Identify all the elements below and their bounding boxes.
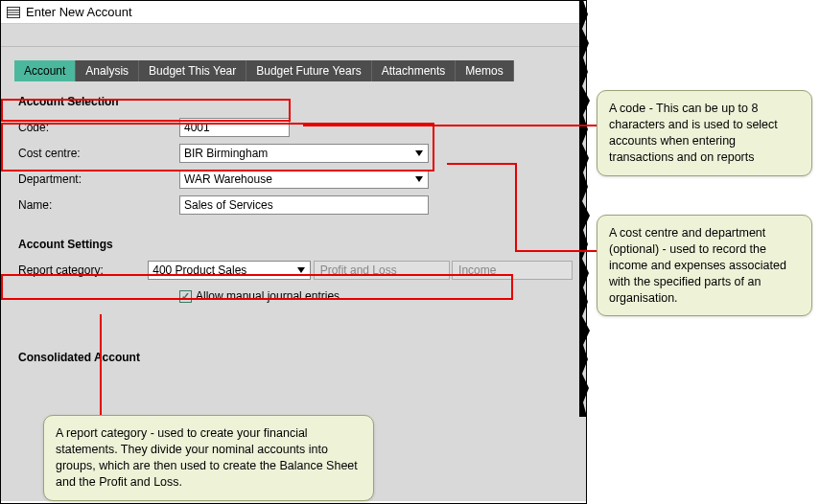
pnl-readonly: Profit and Loss xyxy=(314,261,450,280)
name-input[interactable] xyxy=(179,195,429,215)
section-account-settings: Account Settings xyxy=(18,238,573,251)
row-cost-centre: Cost centre: BIR Birmingham xyxy=(18,142,573,165)
tab-account[interactable]: Account xyxy=(14,60,76,81)
torn-edge-decoration xyxy=(577,0,597,417)
tab-attachments[interactable]: Attachments xyxy=(372,60,457,81)
callout-report: A report category - used to create your … xyxy=(43,415,374,501)
ribbon-spacer xyxy=(1,24,586,47)
section-account-selection: Account Selection xyxy=(18,95,573,108)
callout-code: A code - This can be up to 8 characters … xyxy=(597,90,812,176)
tab-memos[interactable]: Memos xyxy=(456,60,513,81)
connector-ccdept-v xyxy=(515,163,517,252)
report-category-select[interactable]: 400 Product Sales xyxy=(148,261,311,280)
tab-analysis[interactable]: Analysis xyxy=(76,60,139,81)
window-icon xyxy=(7,6,20,19)
connector-ccdept-h1 xyxy=(447,163,517,165)
row-code: Code: xyxy=(18,116,573,139)
row-report-category: Report category: 400 Product Sales Profi… xyxy=(18,259,573,282)
callout-ccdept: A cost centre and department (optional) … xyxy=(597,215,812,316)
label-department: Department: xyxy=(18,172,179,186)
allow-manual-checkbox[interactable]: ✓ xyxy=(179,290,192,303)
tab-budget-this-year[interactable]: Budget This Year xyxy=(139,60,246,81)
label-code: Code: xyxy=(18,121,179,134)
window-title: Enter New Account xyxy=(26,5,132,19)
cost-centre-select[interactable]: BIR Birmingham xyxy=(179,144,429,163)
label-name: Name: xyxy=(18,198,179,212)
row-department: Department: WAR Warehouse xyxy=(18,168,573,191)
row-name: Name: xyxy=(18,194,573,217)
income-readonly: Income xyxy=(452,261,573,280)
connector-ccdept-h2 xyxy=(515,250,597,252)
row-allow-manual: ✓ Allow manual journal entries xyxy=(179,289,573,303)
label-report-category: Report category: xyxy=(18,263,148,277)
label-allow-manual: Allow manual journal entries xyxy=(196,289,340,303)
department-select[interactable]: WAR Warehouse xyxy=(179,170,429,189)
connector-report-v xyxy=(100,314,102,416)
window-titlebar: Enter New Account xyxy=(1,1,586,24)
tab-strip: Account Analysis Budget This Year Budget… xyxy=(14,60,573,81)
label-cost-centre: Cost centre: xyxy=(18,147,179,160)
tab-budget-future-years[interactable]: Budget Future Years xyxy=(246,60,371,81)
code-input[interactable] xyxy=(179,118,290,137)
connector-code xyxy=(303,125,597,126)
